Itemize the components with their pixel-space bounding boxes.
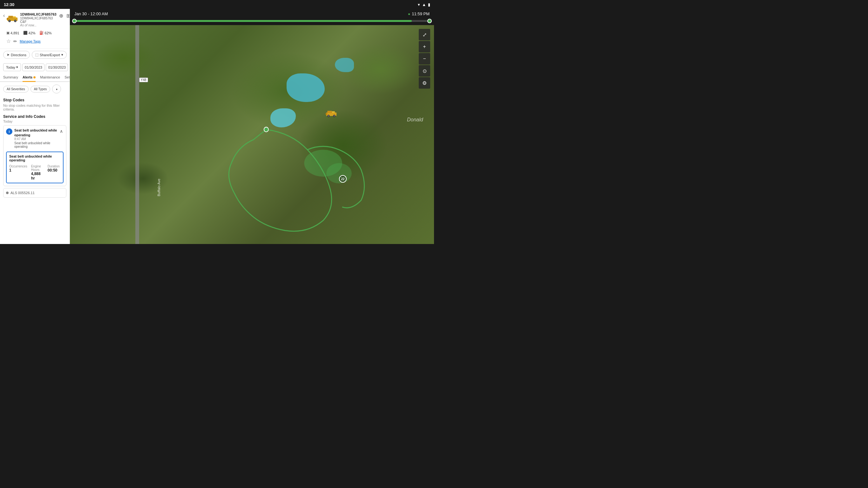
vehicle-thumbnail	[7, 12, 18, 24]
map-background	[70, 25, 434, 244]
time-dot-icon: ●	[408, 12, 410, 16]
als-alert-id: ALS 005526.11	[10, 191, 35, 195]
duration-value: 00:50	[48, 168, 60, 173]
manage-tags-link[interactable]: Manage Tags	[20, 39, 41, 43]
road-label-y48: Y48	[139, 78, 148, 82]
timeline-end-value: 11:59 PM	[412, 11, 430, 16]
severity-filter-label: All Severities	[7, 87, 25, 91]
fullscreen-button[interactable]: ⤢	[419, 29, 430, 40]
occurrences-value: 1	[9, 168, 27, 173]
share-icon-button[interactable]: ⊕	[58, 12, 64, 20]
grid-view-button[interactable]: ⊞	[66, 12, 70, 20]
status-time: 12:30	[4, 2, 14, 7]
fuel-icon: ⛽	[39, 31, 44, 35]
stop-codes-empty: No stop codes matching for this filter c…	[3, 103, 66, 111]
als-status-dot	[6, 191, 8, 194]
action-buttons: ➤ Directions ⬚ Share/Export ▾	[0, 49, 69, 61]
mileage-icon: ▣	[6, 31, 9, 35]
svg-rect-17	[326, 113, 327, 115]
timeline-thumb-end[interactable]	[427, 19, 432, 23]
stop-codes-title: Stop Codes	[3, 98, 66, 102]
tab-maintenance[interactable]: Maintenance	[40, 73, 60, 82]
occurrences-label: Occurrences	[9, 164, 27, 168]
alert-text-block: Seat belt unbuckled while operating 8:47…	[14, 128, 57, 148]
directions-button[interactable]: ➤ Directions	[3, 51, 30, 59]
vehicle-id-secondary: 1DW844LXCJF685763	[20, 17, 56, 20]
svg-point-16	[334, 115, 335, 117]
route-number-22: 22	[339, 175, 347, 183]
alert-expand-button[interactable]: ∧	[59, 128, 64, 134]
zoom-in-button[interactable]: +	[419, 41, 430, 53]
main-layout: ‹ 1DW844LXCJF685763 1DW844LXCJF685763 C&…	[0, 9, 434, 244]
mileage-stat: ▣ 4,891	[6, 31, 20, 35]
zoom-out-icon: −	[423, 56, 426, 62]
area-label-donald: Donald	[407, 117, 423, 123]
directions-icon: ➤	[7, 53, 9, 57]
alert-card-seatbelt: i Seat belt unbuckled while operating 8:…	[3, 125, 66, 186]
vehicle-info: 1DW844LXCJF685763 1DW844LXCJF685763 C&F …	[20, 12, 56, 27]
tab-summary[interactable]: Summary	[3, 73, 18, 82]
svg-point-5	[15, 20, 16, 22]
quarry-lake-3	[335, 58, 354, 72]
vehicle-header: ‹ 1DW844LXCJF685763 1DW844LXCJF685763 C&…	[0, 9, 69, 49]
svg-rect-6	[7, 18, 8, 20]
date-preset-value: Today	[6, 65, 15, 69]
zoom-in-icon: +	[423, 44, 426, 50]
date-preset-select[interactable]: Today ▾	[3, 63, 21, 71]
engine-hours-value: 4,888 hr	[31, 172, 44, 180]
map-controls: ⤢ + − ⊙ ⚙	[419, 29, 430, 89]
signal-icon: ▲	[422, 2, 426, 7]
alert-stats-row: Occurrences 1 Engine Hours 4,888 hr Dura…	[9, 164, 60, 180]
filter-row: All Severities All Types ⬧	[0, 82, 69, 96]
tab-setup[interactable]: Setup	[64, 73, 70, 82]
timeline-date-label: Jan 30 - 12:00 AM	[74, 11, 108, 16]
engine-hours-label: Engine Hours	[31, 164, 44, 172]
engine-hours-stat: Engine Hours 4,888 hr	[31, 164, 44, 180]
alert-header-left: i Seat belt unbuckled while operating 8:…	[6, 128, 57, 148]
timeline-fill	[74, 20, 412, 22]
alert-content: Stop Codes No stop codes matching for th…	[0, 96, 69, 244]
battery-stat: ⬛ 42%	[23, 31, 36, 35]
alert-time: 8:47 AM	[14, 137, 57, 141]
battery-icon: ⬛	[23, 31, 28, 35]
settings-icon: ⚙	[422, 80, 427, 86]
end-date-input[interactable]	[46, 64, 68, 71]
alert-info-icon: i	[6, 128, 12, 135]
alert-card-header: i Seat belt unbuckled while operating 8:…	[3, 125, 66, 150]
nav-tabs: Summary Alerts Maintenance Setup	[0, 73, 69, 82]
occurrences-stat: Occurrences 1	[9, 164, 27, 180]
alert-title: Seat belt unbuckled while operating	[14, 128, 57, 137]
vehicle-timestamp: As of now...	[20, 24, 56, 27]
alert-subtitle: Seat belt unbuckled while operating	[14, 142, 57, 148]
back-button[interactable]: ‹	[3, 13, 5, 19]
filter-toggle-button[interactable]: ⬧	[52, 85, 61, 93]
timeline-track[interactable]	[74, 20, 430, 22]
severity-filter[interactable]: All Severities	[3, 86, 29, 92]
start-date-input[interactable]	[22, 64, 44, 71]
edit-tags-button[interactable]: ✏	[13, 39, 17, 44]
favorite-button[interactable]: ☆	[6, 38, 11, 44]
map-canvas[interactable]: Y48 Donald Buffalo Ave 22	[70, 25, 434, 244]
type-filter[interactable]: All Types	[31, 86, 50, 92]
filter-icon: ⬧	[56, 87, 58, 91]
equipment-icon	[326, 108, 337, 117]
equipment-marker	[326, 108, 336, 119]
timeline-slider-row	[70, 19, 434, 25]
tab-alerts[interactable]: Alerts	[23, 73, 36, 82]
settings-button[interactable]: ⚙	[419, 77, 430, 89]
date-chevron-icon: ▾	[16, 65, 18, 69]
date-filters: Today ▾	[0, 61, 69, 73]
vehicle-stats: ▣ 4,891 ⬛ 42% ⛽ 62%	[3, 29, 66, 37]
svg-rect-1	[8, 16, 13, 18]
share-export-button[interactable]: ⬚ Share/Export ▾	[32, 51, 67, 59]
duration-label: Duration	[48, 164, 60, 168]
share-label: Share/Export	[40, 53, 60, 57]
vehicle-company: C&F	[20, 20, 56, 24]
location-button[interactable]: ⊙	[419, 65, 430, 77]
zoom-out-button[interactable]: −	[419, 53, 430, 64]
svg-point-14	[328, 115, 329, 117]
timeline-thumb-start[interactable]	[72, 19, 76, 23]
street-label-buffalo: Buffalo Ave	[157, 179, 161, 196]
battery-icon: ▮	[428, 2, 430, 7]
svg-rect-7	[13, 17, 16, 18]
